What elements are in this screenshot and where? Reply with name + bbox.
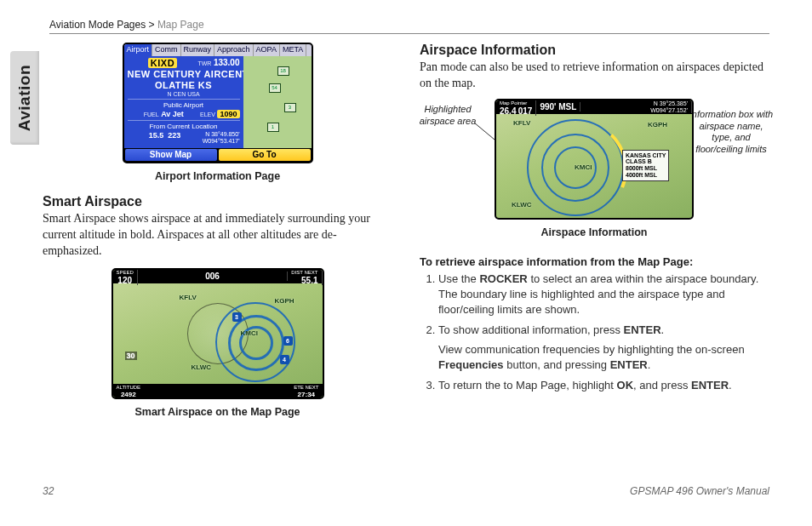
map-point: KFLV — [513, 119, 530, 127]
map-pointer-label: Map Pointer — [500, 100, 527, 106]
elev-value: 1090 — [217, 110, 239, 118]
speed-value: 120 — [117, 276, 132, 285]
heading-value: 006 — [205, 272, 220, 281]
map-scale: 30 — [125, 352, 137, 360]
airport-region: N CEN USA — [128, 91, 240, 97]
breadcrumb: Aviation Mode Pages > Map Page — [49, 19, 769, 34]
smart-airspace-heading: Smart Airspace — [43, 194, 392, 209]
step-text: . — [661, 323, 665, 336]
airport-ident: KIXD — [148, 58, 177, 68]
altitude-value: 2492 — [121, 391, 136, 397]
ok-button-ref: OK — [617, 379, 634, 392]
map-point: KLWC — [512, 201, 532, 209]
pointer-dist: 26.4 — [500, 106, 516, 116]
brg-value: 223 — [168, 131, 180, 140]
step-text: Use the — [438, 272, 479, 285]
map-point: KMCI — [241, 329, 258, 337]
step-2: To show additional information, press EN… — [438, 323, 769, 373]
airspace-class: CLASS B — [626, 158, 666, 165]
manual-title: GPSMAP 496 Owner's Manual — [630, 485, 769, 497]
key-rocker: ROCKER — [479, 272, 527, 285]
tab-airport: Airport — [124, 44, 153, 56]
highway-icon: 4 — [280, 355, 289, 364]
page-number: 32 — [43, 485, 54, 497]
figure-caption: Airspace Information — [495, 226, 694, 238]
instructions-heading: To retrieve airspace information from th… — [420, 255, 769, 268]
tab-meta: META — [280, 44, 306, 56]
map-waypoint: 1 — [267, 123, 279, 132]
dist-next-value: 55.1 — [301, 276, 317, 285]
dist-value: 15.5 — [149, 131, 164, 140]
airport-name-1: NEW CENTURY AIRCENTER — [128, 69, 240, 79]
tab-approach: Approach — [214, 44, 254, 56]
tab-comm: Comm — [152, 44, 181, 56]
map-waypoint: 3 — [284, 103, 296, 112]
map-point: KGPH — [275, 297, 294, 305]
map-waypoint: 18 — [277, 66, 289, 76]
map-point: KLWC — [192, 363, 212, 371]
dist-next-label: DIST NEXT — [291, 270, 317, 275]
figure-smart-airspace: SPEED120 006 DIST NEXT55.1 KFLV KGPH KLW… — [112, 268, 324, 399]
tab-aopa: AOPA — [254, 44, 280, 56]
step-text: button, and pressing — [504, 358, 610, 371]
step-text: View communication frequencies by highli… — [438, 343, 745, 356]
altitude-label: ALTITUDE — [117, 385, 141, 390]
lat-value: N 38°49.850' — [205, 131, 239, 137]
map-waypoint: 54 — [269, 83, 281, 93]
tab-runway: Runway — [181, 44, 215, 56]
step-text: . — [729, 379, 732, 392]
section-tab: Aviation — [10, 51, 39, 145]
callout-info-box: Information box with airspace name, type… — [688, 109, 775, 156]
breadcrumb-page: Map Page — [157, 19, 204, 31]
figure-airport-info: Airport Comm Runway Approach AOPA META K… — [123, 43, 313, 163]
map-point: KGPH — [648, 121, 667, 129]
fuel-value: Av Jet — [161, 110, 184, 118]
pointer-lon: W094°27.152' — [650, 107, 688, 113]
breadcrumb-sep: > — [146, 19, 157, 31]
figure-caption: Smart Airspace on the Map Page — [43, 406, 392, 418]
fuel-label: FUEL — [144, 111, 159, 117]
pointer-elev: 990' MSL — [540, 102, 576, 111]
frequencies-button-ref: Frequencies — [438, 358, 504, 371]
key-enter: ENTER — [624, 323, 661, 336]
key-enter: ENTER — [610, 358, 648, 371]
twr-value: 133.00 — [214, 58, 240, 67]
lon-value: W094°53.417' — [203, 138, 240, 144]
goto-button: Go To — [219, 149, 311, 161]
airport-name-2: OLATHE KS — [128, 80, 240, 90]
airspace-info-box: KANSAS CITY CLASS B 8000ft MSL 4000ft MS… — [622, 150, 669, 181]
pointer-lat: N 39°25.385' — [654, 100, 688, 106]
callout-highlighted-area: Highlighted airspace area — [415, 104, 481, 128]
step-3: To return the to Map Page, highlight OK,… — [438, 378, 769, 393]
pointer-brg: 017 — [518, 106, 533, 116]
figure-caption: Airport Information Page — [43, 170, 392, 182]
ete-next-label: ETE NEXT — [294, 385, 318, 390]
airspace-info-heading: Airspace Information — [420, 43, 769, 58]
highway-icon: 6 — [283, 336, 293, 346]
highway-icon: 3 — [232, 312, 242, 322]
elev-label: ELEV — [200, 111, 215, 117]
twr-label: TWR — [197, 60, 211, 66]
airspace-name: KANSAS CITY — [626, 152, 666, 159]
airspace-ceiling: 8000ft MSL — [626, 165, 666, 172]
step-1: Use the ROCKER to select an area within … — [438, 272, 769, 318]
figure-airspace-info: Map Pointer26.4 017 990' MSL N 39°25.385… — [495, 99, 694, 220]
section-tab-label: Aviation — [15, 65, 34, 131]
smart-airspace-body: Smart Airspace shows airspace at and imm… — [43, 211, 392, 260]
instructions-list: Use the ROCKER to select an area within … — [420, 272, 769, 393]
step-text: . — [648, 358, 651, 371]
map-point: KFLV — [180, 294, 197, 301]
map-point: KMCI — [575, 163, 592, 171]
key-enter: ENTER — [691, 379, 729, 392]
speed-label: SPEED — [117, 270, 134, 275]
airspace-floor: 4000ft MSL — [626, 172, 666, 179]
airspace-info-body: Pan mode can also be used to retrieve in… — [420, 60, 769, 92]
from-label: From Current Location — [128, 123, 240, 130]
step-text: To show additional information, press — [438, 323, 624, 336]
show-map-button: Show Map — [125, 149, 217, 161]
breadcrumb-section: Aviation Mode Pages — [49, 19, 146, 31]
step-text: , and press — [633, 379, 691, 392]
airport-type: Public Airport — [128, 101, 240, 109]
ete-next-value: 27:34 — [298, 391, 315, 397]
step-text: To return the to Map Page, highlight — [438, 379, 617, 392]
